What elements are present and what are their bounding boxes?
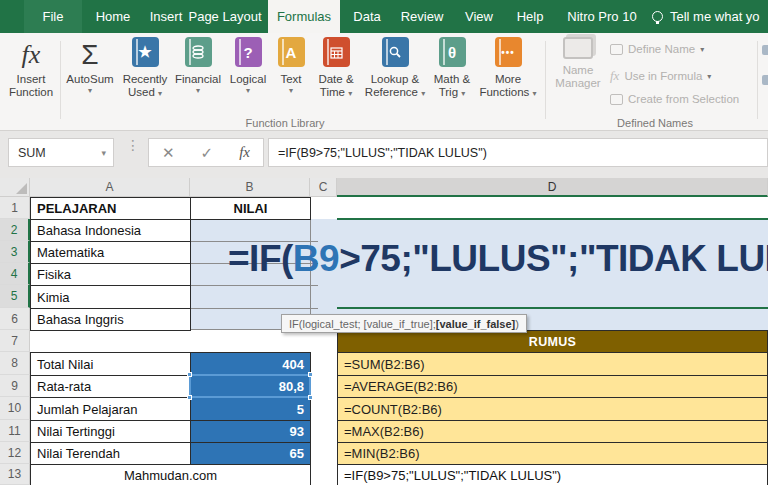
cell-d11[interactable]: =MAX(B2:B6) (337, 420, 768, 443)
financial-button[interactable]: Financial ▾ (172, 37, 224, 95)
select-all-corner[interactable] (0, 178, 30, 197)
formula-input[interactable]: =IF(B9>75;"LULUS";"TIDAK LULUS") (268, 138, 768, 167)
chevron-down-icon: ▾ (246, 86, 250, 95)
tab-help[interactable]: Help (508, 0, 552, 33)
defined-names-group-label: Defined Names (580, 117, 730, 129)
define-name-button[interactable]: Define Name▾ (610, 43, 704, 55)
logical-button[interactable]: ? Logical ▾ (226, 37, 270, 95)
column-header-c[interactable]: C (310, 178, 337, 197)
column-header-a[interactable]: A (30, 178, 190, 197)
ribbon-tab-bar: File Home Insert Page Layout Formulas Da… (0, 0, 768, 33)
tab-page-layout[interactable]: Page Layout (184, 0, 266, 33)
cell-b1[interactable]: NILAI (190, 197, 311, 220)
zoomed-formula-text: =IF(B9>75;"LULUS";"TIDAK LULUS") (228, 238, 768, 288)
chevron-down-icon: ▾ (289, 86, 293, 95)
tab-review[interactable]: Review (394, 0, 450, 33)
fx-icon: fx (22, 37, 41, 73)
recently-used-button[interactable]: ★ RecentlyUsed ▾ (117, 37, 173, 99)
cell-d10[interactable]: =COUNT(B2:B6) (337, 397, 768, 421)
cell-a13-merged[interactable]: Mahmudan.com (30, 464, 311, 485)
cell-a6[interactable]: Bahasa Inggris (30, 308, 191, 331)
more-functions-button[interactable]: ••• MoreFunctions ▾ (476, 37, 540, 99)
formula-bar-resize-handle[interactable]: ⋮ (126, 141, 140, 149)
question-book-icon: ? (235, 37, 262, 67)
cell-a3[interactable]: Matematika (30, 241, 191, 264)
cell-a9[interactable]: Rata-rata (30, 375, 191, 398)
cell-b11[interactable]: 93 (190, 420, 311, 443)
cell-a10[interactable]: Jumlah Pelajaran (30, 397, 191, 421)
text-button[interactable]: A Text ▾ (272, 37, 310, 95)
cell-b12[interactable]: 65 (190, 442, 311, 465)
date-time-button[interactable]: Date &Time ▾ (311, 37, 361, 99)
row-header-9[interactable]: 9 (0, 375, 30, 397)
enter-icon[interactable]: ✓ (201, 144, 214, 162)
row-header-8[interactable]: 8 (0, 352, 30, 375)
define-name-icon (610, 44, 623, 55)
row-header-6[interactable]: 6 (0, 308, 30, 330)
row-header-12[interactable]: 12 (0, 442, 30, 464)
tab-formulas[interactable]: Formulas (268, 0, 340, 33)
row-header-2[interactable]: 2 (0, 219, 30, 241)
coins-book-icon (185, 37, 212, 67)
cell-a11[interactable]: Nilai Tertinggi (30, 420, 191, 443)
cell-a1[interactable]: PELAJARAN (30, 197, 191, 220)
cancel-icon[interactable]: ✕ (162, 144, 175, 162)
cell-d12[interactable]: =MIN(B2:B6) (337, 442, 768, 465)
name-manager-button[interactable]: NameManager (550, 37, 606, 90)
autosum-button[interactable]: Σ AutoSum ▾ (63, 37, 117, 95)
name-box[interactable]: SUM ▾ (8, 138, 114, 167)
row-header-7[interactable]: 7 (0, 330, 30, 352)
cell-b10[interactable]: 5 (190, 397, 311, 421)
insert-function-icon[interactable]: fx (239, 144, 250, 161)
dots-book-icon: ••• (495, 37, 522, 67)
create-from-selection-icon (610, 94, 623, 105)
use-in-formula-button[interactable]: fx Use in Formula▾ (610, 68, 711, 84)
row-header-11[interactable]: 11 (0, 420, 30, 442)
cell-a5[interactable]: Kimia (30, 285, 191, 309)
lookup-reference-button[interactable]: Lookup &Reference ▾ (361, 37, 429, 99)
cell-a12[interactable]: Nilai Terendah (30, 442, 191, 465)
math-trig-button[interactable]: θ Math &Trig ▾ (428, 37, 476, 99)
cell-a8[interactable]: Total Nilai (30, 352, 191, 376)
letter-a-book-icon: A (278, 37, 305, 67)
row-header-5[interactable]: 5 (0, 285, 30, 308)
tab-nitro-pro[interactable]: Nitro Pro 10 (558, 0, 646, 33)
cell-d13[interactable]: =IF(B9>75;"LULUS";"TIDAK LULUS") (337, 464, 768, 485)
cell-b8[interactable]: 404 (190, 352, 311, 376)
tab-view[interactable]: View (456, 0, 502, 33)
formula-bar-buttons: ✕ ✓ fx (148, 138, 264, 167)
cell-d7-rumus-header[interactable]: RUMUS (337, 330, 768, 353)
cell-d9[interactable]: =AVERAGE(B2:B6) (337, 375, 768, 398)
theta-book-icon: θ (439, 37, 466, 67)
create-from-selection-button[interactable]: Create from Selection (610, 93, 739, 105)
row-header-13[interactable]: 13 (0, 464, 30, 485)
selection-border-bottom (337, 307, 768, 309)
cell-reference-b9: B9 (293, 238, 339, 279)
tab-insert[interactable]: Insert (142, 0, 190, 33)
magnifier-book-icon (382, 37, 409, 67)
cell-a4[interactable]: Fisika (30, 263, 191, 286)
chevron-down-icon: ▾ (421, 89, 425, 98)
row-header-1[interactable]: 1 (0, 197, 30, 219)
tab-file[interactable]: File (24, 0, 82, 33)
ribbon-separator (60, 41, 61, 119)
tell-me-search[interactable]: Tell me what yo (652, 0, 760, 33)
ribbon-formulas: fx InsertFunction Σ AutoSum ▾ ★ Recently… (0, 33, 768, 131)
tab-home[interactable]: Home (88, 0, 138, 33)
chevron-down-icon[interactable]: ▾ (101, 148, 113, 158)
row-header-4[interactable]: 4 (0, 263, 30, 285)
column-header-d[interactable]: D (337, 178, 768, 197)
cell-a2[interactable]: Bahasa Indonesia (30, 219, 191, 242)
ribbon-separator (757, 41, 758, 119)
row-header-3[interactable]: 3 (0, 241, 30, 263)
ribbon-separator (545, 41, 546, 119)
row-header-10[interactable]: 10 (0, 397, 30, 420)
function-argument-tooltip: IF(logical_test; [value_if_true]; [value… (281, 314, 527, 333)
cell-b9[interactable]: 80,8 (190, 375, 311, 398)
function-library-group-label: Function Library (210, 117, 360, 129)
column-header-b[interactable]: B (190, 178, 310, 197)
chevron-down-icon: ▾ (88, 86, 92, 95)
insert-function-button[interactable]: fx InsertFunction (4, 37, 58, 99)
cell-d8[interactable]: =SUM(B2:B6) (337, 352, 768, 376)
tab-data[interactable]: Data (345, 0, 389, 33)
